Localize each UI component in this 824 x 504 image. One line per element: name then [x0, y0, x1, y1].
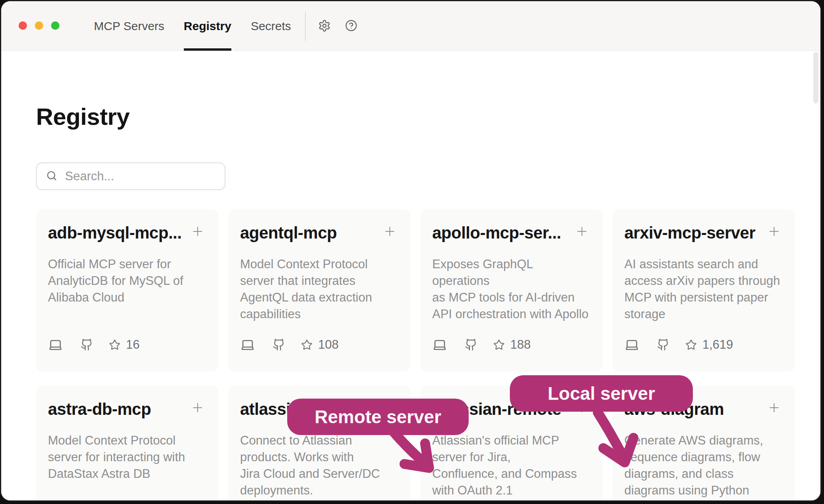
github-icon[interactable]: [273, 338, 285, 351]
close-window-button[interactable]: [19, 21, 27, 30]
server-description: Connect to Atlassian products. Works wit…: [240, 432, 397, 499]
server-card-footer: 108: [240, 338, 339, 352]
app-window: MCP Servers Registry Secrets Registry ad…: [0, 0, 822, 502]
server-description: Model Context Protocol server that integ…: [240, 256, 397, 323]
server-card[interactable]: arxiv-mcp-server AI assistants search an…: [612, 209, 795, 372]
server-description: Exposes GraphQL operations as MCP tools …: [432, 256, 589, 323]
github-icon[interactable]: [657, 338, 670, 351]
page-title: Registry: [36, 103, 130, 130]
star-icon: [109, 339, 120, 351]
server-card[interactable]: agentql-mcp Model Context Protocol serve…: [228, 209, 410, 372]
add-server-button[interactable]: [767, 401, 781, 415]
server-description: Atlassian's official MCP server for Jira…: [432, 432, 589, 499]
remote-server-callout: Remote server: [287, 399, 469, 435]
search-input[interactable]: [64, 169, 216, 184]
server-name: apollo-mcp-ser...: [432, 223, 573, 242]
server-description: Model Context Protocol server for intera…: [48, 432, 205, 482]
traffic-lights: [19, 21, 59, 30]
server-card-footer: 16: [48, 338, 139, 352]
server-name: adb-mysql-mcp...: [48, 223, 189, 242]
server-card[interactable]: apollo-mcp-ser... Exposes GraphQL operat…: [420, 209, 603, 372]
add-server-button[interactable]: [575, 224, 589, 239]
star-count: 1,619: [702, 338, 733, 352]
toolbar-divider: [305, 11, 306, 41]
laptop-local-server-icon: [624, 338, 639, 352]
server-name: arxiv-mcp-server: [624, 223, 765, 242]
add-server-button[interactable]: [191, 224, 205, 239]
zoom-window-button[interactable]: [51, 21, 59, 30]
tab-mcp-servers[interactable]: MCP Servers: [94, 1, 164, 51]
server-card-footer: 1,619: [624, 338, 733, 352]
search-box[interactable]: [36, 162, 225, 190]
laptop-local-server-icon: [432, 338, 447, 352]
star-count: 108: [318, 338, 339, 352]
server-name: astra-db-mcp: [48, 400, 189, 419]
search-icon: [46, 170, 58, 183]
tab-registry[interactable]: Registry: [184, 1, 231, 51]
minimize-window-button[interactable]: [35, 21, 43, 30]
laptop-local-server-icon: [48, 338, 63, 352]
help-icon[interactable]: [345, 19, 357, 32]
tab-secrets[interactable]: Secrets: [251, 1, 291, 51]
github-icon[interactable]: [80, 338, 93, 351]
add-server-button[interactable]: [191, 401, 205, 415]
star-icon: [301, 339, 313, 351]
add-server-button[interactable]: [767, 224, 781, 239]
laptop-local-server-icon: [240, 338, 255, 352]
star-icon: [493, 339, 505, 351]
server-card-footer: 188: [432, 338, 531, 352]
title-bar: MCP Servers Registry Secrets: [1, 1, 820, 51]
github-icon[interactable]: [465, 338, 477, 351]
vertical-scrollbar-thumb[interactable]: [813, 52, 818, 103]
server-description: Official MCP server for AnalyticDB for M…: [48, 256, 205, 306]
add-server-button[interactable]: [383, 224, 397, 239]
local-server-callout: Local server: [510, 375, 693, 412]
server-description: AI assistants search and access arXiv pa…: [624, 256, 781, 323]
server-name: agentql-mcp: [240, 223, 381, 242]
settings-gear-icon[interactable]: [318, 19, 331, 32]
server-description: Generate AWS diagrams, sequence diagrams…: [624, 432, 781, 502]
server-card[interactable]: adb-mysql-mcp... Official MCP server for…: [36, 209, 218, 372]
app-tabs: MCP Servers Registry Secrets: [94, 1, 291, 51]
star-count: 188: [510, 338, 531, 352]
server-card[interactable]: astra-db-mcp Model Context Protocol serv…: [36, 386, 218, 502]
star-count: 16: [126, 338, 139, 352]
server-card-grid: adb-mysql-mcp... Official MCP server for…: [36, 209, 795, 502]
star-icon: [685, 339, 697, 351]
